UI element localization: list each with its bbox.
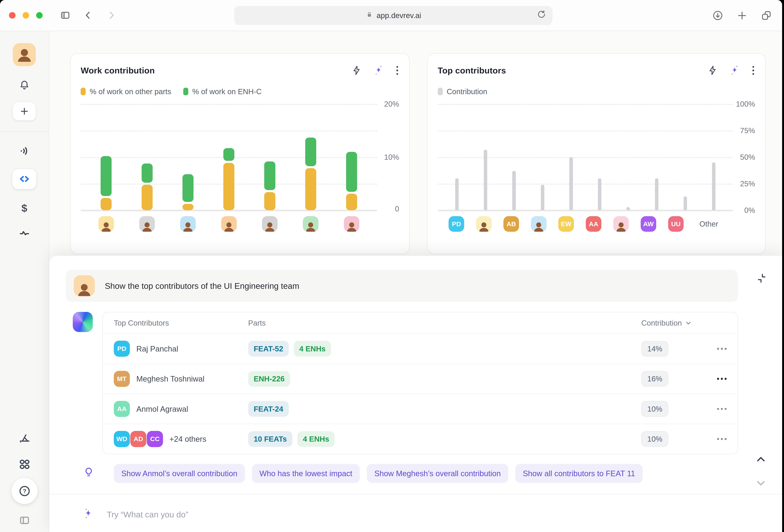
column-header-parts[interactable]: Parts [248,319,641,327]
address-bar[interactable]: app.devrev.ai [234,6,553,25]
suggestion-chip[interactable]: Show Meghesh’s overall contribution [367,464,508,483]
sparkle-input-icon [82,507,95,522]
notifications-bell-icon[interactable] [19,79,30,91]
work-bar-1 [96,104,116,210]
sidebar-item-code-active[interactable] [12,169,36,189]
input-placeholder: Try “What can you do” [107,510,188,519]
contributor-initials-badge: AA [114,401,130,417]
scroll-down-chevron-icon[interactable] [755,477,767,489]
top-x-badge-UU: UU [666,216,686,232]
table-row[interactable]: MTMeghesh ToshniwalENH-22616% [103,364,738,394]
forward-icon[interactable] [106,10,117,21]
top-bar-2 [475,104,496,210]
work-bar-7 [341,104,362,210]
contributor-name: +24 others [169,435,206,444]
part-badge[interactable]: 10 FEATs [248,431,292,447]
work-bar-5 [260,104,280,210]
sidebar-item-apps-grid-icon[interactable] [18,458,31,471]
table-row[interactable]: WDADCC+24 others10 FEATs4 ENHs10% [103,424,738,454]
work-chart-plot [81,104,377,210]
part-badge[interactable]: FEAT-24 [248,401,289,417]
zoom-window-button[interactable] [36,12,43,19]
back-icon[interactable] [83,10,94,21]
top-bar-5 [561,104,581,210]
column-header-contribution[interactable]: Contribution [641,319,706,327]
top-x-badge-AB: AB [501,216,521,232]
lock-icon [366,11,373,20]
lightbulb-icon [83,467,95,480]
table-header-row: Top Contributors Parts Contribution [103,312,738,333]
part-badge[interactable]: FEAT-52 [248,341,289,357]
sidebar-item-marketplace-icon[interactable] [18,432,31,445]
contributor-initials-badge: CC [147,431,163,447]
suggestion-chip[interactable]: Who has the lowest impact [252,464,360,483]
suggestion-chip[interactable]: Show Anmol’s overall contribution [114,464,245,483]
row-actions-ellipsis-icon[interactable] [717,438,727,440]
table-row[interactable]: PDRaj PanchalFEAT-524 ENHs14% [103,333,738,363]
collapse-sidebar-panel-icon[interactable] [18,514,31,527]
quick-action-lightning-icon[interactable] [707,65,718,76]
part-badge[interactable]: 4 ENHs [298,431,335,447]
suggestion-chip[interactable]: Show all contributors to FEAT 11 [515,464,643,483]
top-x-label-other: Other [693,216,724,232]
top-legend: Contribution [438,87,755,96]
card-menu-kebab-icon[interactable] [395,65,399,76]
tab-overview-icon[interactable] [761,10,772,21]
column-header-top-contributors[interactable]: Top Contributors [114,319,248,327]
reload-icon[interactable] [536,9,547,20]
create-new-button[interactable] [13,102,36,120]
sidebar-divider [0,132,49,132]
downloads-icon[interactable] [712,10,724,21]
top-bar-10 [704,104,724,210]
contribution-value: 10% [641,401,668,417]
help-button[interactable]: ? [11,478,37,504]
devrev-ai-logo [73,312,93,332]
top-chart-plot [438,104,733,210]
user-avatar[interactable] [13,43,36,66]
work-x-avatar-5 [260,216,280,232]
close-window-button[interactable] [9,12,16,19]
top-bar-4 [533,104,553,210]
top-bar-9 [675,104,695,210]
top-card-title: Top contributors [438,65,506,75]
sidebar-item-billing-icon[interactable]: $ [21,202,27,214]
card-menu-kebab-icon[interactable] [751,65,755,76]
legend-label-other-parts: % of work on other parts [90,87,171,96]
assistant-input[interactable]: Try “What can you do” [82,502,762,527]
ai-sparkle-icon[interactable] [373,65,384,76]
user-prompt-row: Show the top contributors of the UI Engi… [66,270,738,302]
svg-text:?: ? [23,488,26,494]
legend-label-enh-c: % of work on ENH-C [192,87,261,96]
collapse-panel-icon[interactable] [756,273,767,284]
quick-action-lightning-icon[interactable] [351,65,362,76]
browser-sidebar-toggle-icon[interactable] [60,10,71,21]
work-x-avatar-6 [301,216,321,232]
work-bar-3 [178,104,198,210]
contribution-value: 10% [641,431,668,447]
top-bar-3 [504,104,524,210]
browser-window: app.devrev.ai [0,0,782,532]
part-badge[interactable]: ENH-226 [248,371,290,387]
ai-sparkle-icon[interactable] [729,65,740,76]
row-actions-ellipsis-icon[interactable] [717,348,727,350]
sidebar-item-activity-icon[interactable] [19,227,30,239]
user-prompt-text: Show the top contributors of the UI Engi… [105,281,299,291]
scroll-up-chevron-icon[interactable] [755,453,767,466]
contributor-name: Meghesh Toshniwal [136,374,204,383]
table-row[interactable]: AAAnmol AgrawalFEAT-2410% [103,394,738,424]
top-bar-6 [590,104,610,210]
top-x-badge-EW: EW [556,216,576,232]
suggestions-row: Show Anmol’s overall contributionWho has… [83,464,722,483]
sidebar-item-broadcast-icon[interactable] [19,145,30,157]
legend-swatch-contribution [438,88,443,95]
row-actions-ellipsis-icon[interactable] [717,408,727,410]
contributors-table: Top Contributors Parts Contribution PDRa… [102,312,738,454]
top-x-avatar-4 [529,216,549,232]
new-tab-icon[interactable] [736,10,748,21]
input-divider [49,494,782,495]
top-x-avatar-2 [474,216,494,232]
row-actions-ellipsis-icon[interactable] [717,378,727,380]
part-badge[interactable]: 4 ENHs [294,341,331,357]
minimize-window-button[interactable] [23,12,29,19]
work-x-avatar-7 [341,216,362,232]
